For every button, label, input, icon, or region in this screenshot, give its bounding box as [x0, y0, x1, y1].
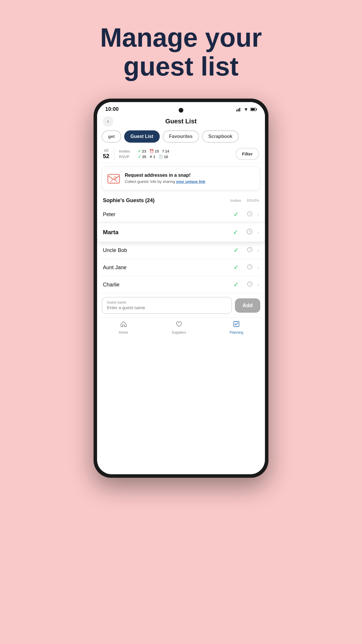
peter-chevron-icon: ›	[257, 211, 259, 218]
battery-icon	[250, 108, 257, 111]
hero-title-text: Manage your guest list	[100, 23, 262, 81]
invites-question: ? 14	[162, 149, 169, 153]
bottom-nav: Home Suppliers Planning	[97, 317, 265, 339]
svg-rect-0	[236, 110, 237, 111]
address-banner: Request addresses in a snap! Collect gue…	[102, 167, 260, 190]
charlie-check-icon: ✓	[233, 281, 239, 288]
tab-budget[interactable]: get	[102, 130, 121, 143]
check-icon-2: ✓	[138, 155, 141, 159]
marta-clock-icon	[246, 228, 253, 236]
rsvp-line: RSVP ✓ 35 ✕ 1 🕐 16	[119, 155, 236, 159]
wifi-icon	[243, 107, 249, 111]
banner-content: Request addresses in a snap! Collect gue…	[125, 173, 205, 184]
invites-label: Invites	[119, 149, 135, 153]
guest-name-input-wrapper: Guest name	[102, 297, 232, 314]
section-header: Sophie's Guests (24) Invites RSVPs	[97, 194, 265, 206]
uncle-bob-clock-icon	[247, 247, 253, 254]
status-bar: 10:00	[97, 102, 265, 115]
signal-icon	[236, 107, 242, 111]
hero-title: Manage your guest list	[100, 23, 262, 81]
phone-screen: 10:00	[97, 102, 265, 474]
guest-row-uncle-bob[interactable]: Uncle Bob ✓ ›	[97, 242, 265, 259]
heart-icon	[175, 321, 182, 329]
add-guest-form: Guest name Add	[102, 297, 260, 314]
tab-scrapbook[interactable]: Scrapbook	[202, 130, 239, 143]
guest-name-aunt-jane: Aunt Jane	[103, 265, 233, 271]
phone-frame: 10:00	[94, 99, 268, 478]
tab-guest-list[interactable]: Guest List	[124, 130, 160, 143]
status-time: 10:00	[105, 106, 119, 112]
all-count: 52	[103, 153, 109, 160]
column-labels: Invites RSVPs	[230, 198, 259, 203]
stats-all: All 52	[103, 148, 109, 160]
question-icon: ?	[162, 149, 164, 153]
envelope-icon	[107, 172, 121, 186]
unique-link[interactable]: your unique link	[176, 179, 205, 184]
svg-rect-6	[251, 108, 255, 111]
nav-planning-label: Planning	[230, 330, 243, 335]
guest-row-aunt-jane[interactable]: Aunt Jane ✓ ›	[97, 259, 265, 276]
nav-suppliers[interactable]: Suppliers	[172, 321, 186, 335]
filter-button[interactable]: Filter	[236, 148, 259, 160]
tab-favourites[interactable]: Favourites	[163, 130, 199, 143]
guest-name-charlie: Charlie	[103, 282, 233, 288]
rsvp-clock: 🕐 16	[158, 155, 168, 159]
charlie-clock-icon	[247, 281, 253, 288]
guest-name-peter: Peter	[103, 211, 233, 218]
col-invites-label: Invites	[230, 198, 241, 203]
banner-description: Collect guests' info by sharing your uni…	[125, 179, 205, 184]
marta-check-icon: ✓	[233, 229, 238, 236]
svg-rect-8	[108, 174, 120, 183]
guest-name-marta: Marta	[103, 229, 233, 236]
peter-clock-icon	[247, 211, 253, 218]
guest-row-peter[interactable]: Peter ✓ ›	[97, 206, 265, 223]
guest-input-label: Guest name	[107, 300, 227, 304]
status-icons	[236, 107, 257, 111]
invites-clock: ⏰ 15	[149, 149, 159, 153]
home-icon	[120, 321, 127, 329]
svg-rect-7	[256, 108, 257, 110]
stats-divider	[114, 148, 114, 160]
nav-planning[interactable]: Planning	[230, 321, 243, 335]
guest-name-uncle-bob: Uncle Bob	[103, 247, 233, 253]
aunt-jane-check-icon: ✓	[233, 264, 239, 271]
all-label: All	[104, 148, 108, 153]
uncle-bob-chevron-icon: ›	[257, 247, 259, 253]
invites-checked: ✓ 23	[138, 149, 146, 153]
add-guest-button[interactable]: Add	[235, 298, 260, 313]
header-title: Guest List	[165, 118, 197, 125]
rsvp-checked: ✓ 35	[138, 155, 146, 159]
section-title: Sophie's Guests (24)	[103, 197, 154, 204]
svg-rect-3	[241, 107, 242, 111]
rsvp-label: RSVP	[119, 155, 135, 159]
rsvp-cross: ✕ 1	[149, 155, 155, 159]
banner-title: Request addresses in a snap!	[125, 173, 205, 178]
guest-row-charlie[interactable]: Charlie ✓ ›	[97, 276, 265, 293]
guest-row-marta[interactable]: Marta ✓ ›	[97, 223, 265, 242]
clock-icon: ⏰	[149, 149, 154, 153]
aunt-jane-clock-icon	[247, 264, 253, 271]
svg-rect-2	[239, 108, 240, 111]
cross-icon: ✕	[149, 155, 152, 159]
check-icon: ✓	[138, 149, 141, 153]
invites-line: Invites ✓ 23 ⏰ 15 ? 14	[119, 149, 236, 153]
svg-point-4	[246, 110, 247, 111]
guest-name-input[interactable]	[107, 305, 227, 310]
charlie-chevron-icon: ›	[257, 282, 259, 288]
marta-chevron-icon: ›	[257, 229, 259, 235]
planning-icon	[233, 321, 240, 329]
camera-notch	[179, 108, 183, 113]
col-rsvps-label: RSVPs	[247, 198, 259, 203]
nav-suppliers-label: Suppliers	[172, 330, 186, 335]
nav-home-label: Home	[119, 330, 128, 335]
back-icon: ‹	[107, 119, 109, 124]
stats-row: All 52 Invites ✓ 23 ⏰ 15 ?	[97, 145, 265, 163]
add-guest-section: Guest name Add	[97, 293, 265, 317]
svg-rect-1	[238, 109, 239, 111]
nav-home[interactable]: Home	[119, 321, 128, 335]
clock-icon-2: 🕐	[158, 155, 163, 159]
app-header: ‹ Guest List	[97, 115, 265, 128]
back-button[interactable]: ‹	[103, 116, 113, 127]
stats-detail: Invites ✓ 23 ⏰ 15 ? 14 RSVP	[119, 149, 236, 159]
uncle-bob-check-icon: ✓	[233, 246, 239, 254]
